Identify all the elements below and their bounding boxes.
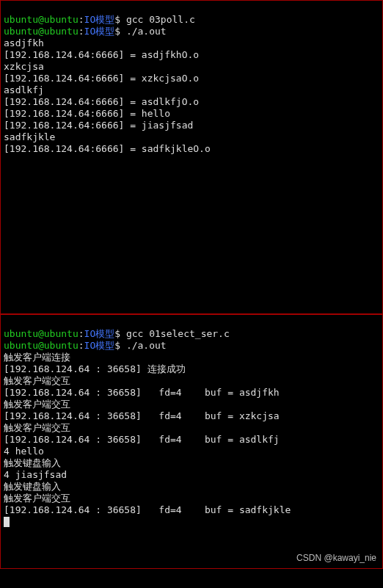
output-line: [192.168.124.64:6666] = asdlkfjO.o [4,96,199,107]
prompt-dollar: $ [114,340,120,351]
output-line: sadfkjkle [4,131,55,142]
prompt-path: IO模型 [84,14,115,25]
output-line: [192.168.124.64:6666] = jiasjfsad [4,120,193,131]
prompt-sep: : [79,14,84,25]
output-line: 4 hello [4,446,44,457]
terminal-pane-top[interactable]: ubuntu@ubuntu:IO模型$ gcc 03poll.c ubuntu@… [0,0,383,314]
command-text: ./a.out [120,340,167,351]
prompt-path: IO模型 [84,340,115,351]
output-line: [192.168.124.64:6666] = hello [4,108,170,119]
prompt-dollar: $ [114,328,120,339]
prompt-sep: : [79,340,84,351]
prompt-user: ubuntu@ubuntu [4,14,79,25]
prompt-user: ubuntu@ubuntu [4,328,79,339]
prompt-dollar: $ [114,14,120,25]
prompt-path: IO模型 [84,328,115,339]
output-line: 触发客户端交互 [4,375,70,386]
output-line: 触发客户端交互 [4,422,70,433]
output-line: asdlkfj [4,84,44,95]
output-line: 触发键盘输入 [4,481,61,492]
prompt-user: ubuntu@ubuntu [4,26,79,37]
output-line: 触发键盘输入 [4,457,61,468]
terminal-pane-bottom[interactable]: ubuntu@ubuntu:IO模型$ gcc 01select_ser.c u… [0,314,383,569]
output-line: [192.168.124.64 : 36658] 连接成功 [4,363,186,374]
output-line: 触发客户端交互 [4,399,70,410]
prompt-dollar: $ [114,26,120,37]
output-line: [192.168.124.64 : 36658] fd=4 buf = xzkc… [4,410,280,421]
command-text: ./a.out [120,26,167,37]
prompt-user: ubuntu@ubuntu [4,340,79,351]
prompt-path: IO模型 [84,26,115,37]
output-line: [192.168.124.64:6666] = sadfkjkleO.o [4,143,211,154]
watermark-text: CSDN @kawayi_nie [296,552,376,564]
output-line: 4 jiasjfsad [4,469,67,480]
prompt-sep: : [79,26,84,37]
output-line: xzkcjsa [4,61,44,72]
prompt-sep: : [79,328,84,339]
output-line: [192.168.124.64:6666] = xzkcjsaO.o [4,73,199,84]
output-line: [192.168.124.64 : 36658] fd=4 buf = sadf… [4,504,291,515]
output-line: [192.168.124.64 : 36658] fd=4 buf = asdl… [4,434,280,445]
output-line: [192.168.124.64 : 36658] fd=4 buf = asdj… [4,387,280,398]
output-line: [192.168.124.64:6666] = asdjfkhO.o [4,49,199,60]
command-text: gcc 03poll.c [120,14,195,25]
output-line: 触发客户端交互 [4,493,70,504]
output-line: 触发客户端连接 [4,352,70,363]
output-line: asdjfkh [4,37,44,48]
cursor-icon [4,517,10,527]
command-text: gcc 01select_ser.c [120,328,230,339]
